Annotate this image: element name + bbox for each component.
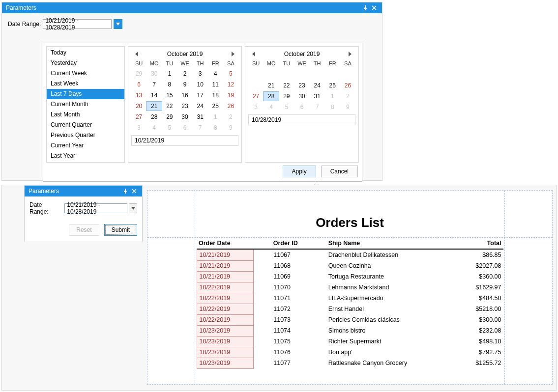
calendar-day[interactable]: 25: [208, 102, 223, 111]
table-row: 10/23/201911076Bon app'$792.75: [197, 347, 503, 358]
calendar-day[interactable]: 30: [177, 112, 192, 121]
calendar-day[interactable]: 31: [193, 112, 208, 121]
calendar-day[interactable]: 24: [193, 102, 208, 111]
calendar-day[interactable]: 15: [162, 91, 177, 100]
calendar-day[interactable]: 3: [131, 123, 147, 132]
close-icon[interactable]: [130, 187, 138, 195]
calendar-day[interactable]: 24: [310, 81, 325, 90]
calendar-day[interactable]: 26: [340, 81, 355, 90]
calendar-day[interactable]: 29: [162, 112, 177, 121]
calendar-day[interactable]: 6: [177, 123, 192, 132]
pin-icon[interactable]: [121, 187, 129, 195]
calendar-day[interactable]: 19: [223, 91, 238, 100]
calendar-day[interactable]: 30: [294, 92, 309, 101]
calendar-day[interactable]: 11: [208, 80, 223, 89]
calendar-day[interactable]: 4: [147, 123, 162, 132]
preset-item[interactable]: Current Quarter: [47, 120, 124, 130]
calendar-day[interactable]: 1: [208, 112, 223, 121]
calendar-day[interactable]: 12: [223, 80, 238, 89]
calendar-day[interactable]: 7: [310, 103, 325, 112]
total-cell: $5218.00: [457, 304, 503, 314]
preset-item[interactable]: Yesterday: [47, 58, 124, 68]
calendar-day[interactable]: 3: [193, 69, 208, 78]
calendar-day[interactable]: 10: [193, 80, 208, 89]
calendar-start-title[interactable]: October 2019: [167, 51, 203, 57]
calendar-day[interactable]: 9: [177, 80, 192, 89]
next-month-icon[interactable]: [230, 51, 236, 57]
calendar-day[interactable]: 6: [294, 103, 309, 112]
preset-item[interactable]: Previous Quarter: [47, 130, 124, 140]
calendar-day[interactable]: 16: [177, 91, 192, 100]
calendar-day[interactable]: 1: [162, 69, 177, 78]
preset-item[interactable]: Last Month: [47, 110, 124, 120]
date-range-dropdown-button[interactable]: [129, 203, 137, 213]
calendar-day[interactable]: 6: [131, 80, 147, 89]
date-range-value[interactable]: 10/21/2019 - 10/28/2019: [64, 203, 127, 213]
calendar-day[interactable]: 5: [223, 69, 238, 78]
calendar-day[interactable]: 30: [147, 69, 162, 78]
calendar-day[interactable]: 28: [263, 91, 279, 101]
order-date-cell: 10/23/2019: [197, 336, 254, 347]
preset-item[interactable]: Last Year: [47, 151, 124, 161]
calendar-day[interactable]: 8: [325, 103, 340, 112]
calendar-day[interactable]: 4: [208, 69, 223, 78]
calendar-day[interactable]: 22: [162, 102, 177, 111]
ship-name-cell: Pericles Comidas clásicas: [326, 314, 457, 325]
calendar-day[interactable]: 29: [131, 69, 147, 78]
calendar-day[interactable]: 31: [310, 92, 325, 101]
preset-item[interactable]: Current Week: [47, 68, 124, 79]
calendar-day[interactable]: 4: [264, 103, 279, 112]
date-range-dropdown-button[interactable]: [114, 19, 122, 29]
calendar-day[interactable]: 28: [147, 112, 162, 121]
calendar-day[interactable]: 7: [147, 80, 162, 89]
preset-item[interactable]: Last 7 Days: [47, 89, 124, 99]
ship-name-cell: Simons bistro: [326, 325, 457, 336]
table-row: 10/23/201911077Rattlesnake Canyon Grocer…: [197, 358, 503, 368]
calendar-day[interactable]: 22: [279, 81, 294, 90]
close-icon[interactable]: [370, 4, 378, 12]
calendar-day[interactable]: 2: [340, 92, 355, 101]
calendar-day[interactable]: 27: [131, 112, 147, 121]
calendar-day[interactable]: 17: [193, 91, 208, 100]
calendar-end-title[interactable]: October 2019: [284, 51, 320, 57]
prev-month-icon[interactable]: [250, 51, 257, 57]
calendar-day[interactable]: 8: [208, 123, 223, 132]
calendar-day[interactable]: 18: [208, 91, 223, 100]
calendar-day[interactable]: 23: [294, 81, 309, 90]
calendar-day[interactable]: 2: [223, 112, 238, 121]
cancel-button[interactable]: Cancel: [321, 166, 358, 177]
next-month-icon[interactable]: [347, 51, 353, 57]
preset-item[interactable]: Today: [47, 48, 124, 58]
calendar-day[interactable]: 9: [340, 103, 355, 112]
preset-item[interactable]: Current Month: [47, 99, 124, 110]
calendar-day[interactable]: 1: [325, 92, 340, 101]
date-range-value[interactable]: 10/21/2019 - 10/28/2019: [43, 19, 112, 29]
submit-button[interactable]: Submit: [104, 224, 137, 236]
calendar-day[interactable]: 5: [279, 103, 294, 112]
calendar-day[interactable]: 23: [177, 102, 192, 111]
pin-icon[interactable]: [361, 4, 369, 12]
calendar-day[interactable]: 13: [131, 91, 147, 100]
calendar-day[interactable]: 14: [147, 91, 162, 100]
calendar-day[interactable]: 8: [162, 80, 177, 89]
calendar-day[interactable]: 27: [248, 92, 264, 101]
calendar-day[interactable]: 9: [223, 123, 238, 132]
prev-month-icon[interactable]: [133, 51, 140, 57]
calendar-day[interactable]: 2: [177, 69, 192, 78]
preset-item[interactable]: Last Week: [47, 79, 124, 89]
calendar-day[interactable]: 25: [325, 81, 340, 90]
calendar-day[interactable]: 21: [146, 101, 162, 111]
calendar-day[interactable]: 5: [162, 123, 177, 132]
preset-item[interactable]: Current Year: [47, 140, 124, 151]
calendar-day[interactable]: 7: [193, 123, 208, 132]
calendar-day[interactable]: 21: [264, 81, 279, 90]
start-date-input[interactable]: 10/21/2019: [131, 135, 238, 146]
calendar-day[interactable]: 29: [279, 92, 294, 101]
calendar-day[interactable]: 20: [131, 102, 147, 111]
apply-button[interactable]: Apply: [283, 166, 316, 177]
end-date-input[interactable]: 10/28/2019: [248, 114, 355, 125]
calendar-day[interactable]: 3: [248, 103, 264, 112]
calendar-day[interactable]: 26: [223, 102, 238, 111]
table-row: 10/21/201911068Queen Cozinha$2027.08: [197, 260, 503, 271]
order-id-cell: 11067: [254, 249, 326, 260]
